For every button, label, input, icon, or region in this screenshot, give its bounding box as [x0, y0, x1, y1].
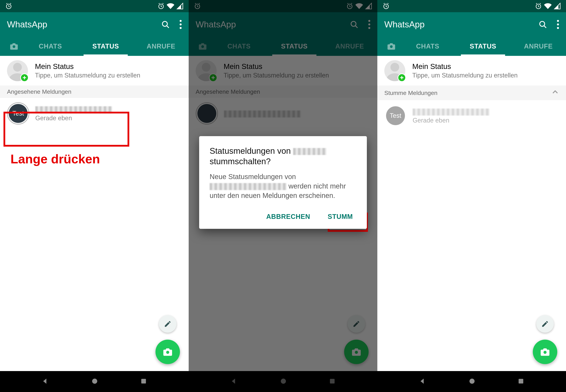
status-thumbnail-text: Test: [9, 104, 28, 123]
app-title: WhatsApp: [384, 19, 538, 29]
tab-anrufe[interactable]: ANRUFE: [133, 37, 189, 56]
tab-anrufe[interactable]: ANRUFE: [511, 37, 566, 56]
alarm-icon: [158, 3, 165, 10]
android-statusbar: [0, 0, 189, 12]
status-thumbnail-text: Test: [386, 106, 405, 125]
svg-point-26: [557, 23, 559, 26]
svg-point-29: [391, 63, 399, 71]
fab-group: [156, 315, 180, 364]
signal-icon: [176, 3, 183, 10]
phone-screen-3: WhatsApp CHATS STATUS ANRUFE: [377, 0, 566, 392]
my-status-title: Mein Status: [35, 62, 140, 71]
status-time: Gerade eben: [413, 117, 490, 124]
mute-button[interactable]: STUMM: [324, 210, 356, 224]
svg-rect-10: [141, 379, 146, 384]
nav-home-icon[interactable]: [468, 377, 476, 386]
tabs: CHATS STATUS ANRUFE: [377, 37, 566, 56]
nav-back-icon[interactable]: [419, 377, 427, 386]
dialog-body: Neue Statusmeldungen von werden nicht me…: [210, 172, 356, 200]
nav-back-icon[interactable]: [42, 377, 49, 386]
svg-point-30: [543, 351, 547, 354]
android-navbar: [0, 371, 189, 392]
svg-point-25: [557, 20, 559, 22]
contact-name: [35, 105, 112, 113]
phone-screen-2: WhatsApp CHATS STATUS ANRUFE: [189, 0, 377, 392]
app-title: WhatsApp: [7, 19, 161, 29]
mute-dialog: Statusmeldungen von stummschalten? Neue …: [199, 136, 367, 229]
cancel-button[interactable]: ABBRECHEN: [263, 210, 314, 224]
android-navbar: [377, 371, 566, 392]
wifi-icon: [167, 2, 174, 10]
android-statusbar: [377, 0, 566, 12]
search-icon[interactable]: [538, 20, 547, 29]
appbar: WhatsApp CHATS STATUS ANRUFE: [377, 12, 566, 56]
tab-status[interactable]: STATUS: [78, 37, 133, 56]
my-status-subtitle: Tippe, um Statusmeldung zu erstellen: [35, 72, 140, 79]
my-status-row[interactable]: Mein Status Tippe, um Statusmeldung zu e…: [377, 56, 566, 85]
status-entry[interactable]: Test Gerade eben: [0, 98, 189, 129]
camera-status-fab[interactable]: [156, 340, 180, 364]
more-icon[interactable]: [557, 20, 559, 29]
chevron-up-icon: [551, 88, 559, 98]
text-status-fab[interactable]: [159, 315, 176, 333]
contact-name: [413, 107, 490, 116]
tab-chats[interactable]: CHATS: [23, 37, 78, 56]
fab-group: [533, 315, 557, 364]
alarm-icon: [535, 3, 542, 10]
svg-point-7: [13, 63, 22, 71]
camera-tab-icon[interactable]: [5, 42, 23, 51]
status-time: Gerade eben: [35, 114, 112, 122]
svg-point-5: [180, 27, 182, 29]
svg-rect-32: [519, 379, 523, 384]
section-muted-header[interactable]: Stumme Meldungen: [377, 85, 566, 100]
my-status-subtitle: Tippe, um Statusmeldung zu erstellen: [412, 72, 518, 79]
my-status-avatar: [7, 60, 28, 81]
status-thumbnail: Test: [7, 102, 29, 125]
nav-recent-icon[interactable]: [517, 378, 524, 385]
alarm-icon: [5, 3, 12, 10]
section-seen-header: Angesehene Meldungen: [0, 85, 189, 98]
camera-tab-icon[interactable]: [383, 42, 400, 51]
alarm-icon: [383, 3, 390, 10]
redacted-name: [210, 183, 287, 190]
camera-status-fab[interactable]: [533, 340, 557, 364]
my-status-avatar: [384, 60, 405, 81]
status-thumbnail: Test: [384, 105, 407, 127]
annotation-label: Lange drücken: [11, 152, 100, 166]
phone-screen-1: WhatsApp CHATS STATUS ANRUFE: [0, 0, 189, 392]
tabs: CHATS STATUS ANRUFE: [0, 37, 189, 56]
dialog-title: Statusmeldungen von stummschalten?: [210, 146, 356, 167]
my-status-title: Mein Status: [412, 62, 518, 71]
svg-point-6: [13, 45, 15, 48]
wifi-icon: [544, 2, 552, 10]
svg-point-4: [180, 23, 182, 26]
my-status-row[interactable]: Mein Status Tippe, um Statusmeldung zu e…: [0, 56, 189, 85]
text-status-fab[interactable]: [536, 315, 554, 333]
svg-point-28: [390, 45, 392, 48]
signal-icon: [554, 3, 561, 10]
nav-home-icon[interactable]: [91, 377, 99, 386]
status-entry-muted[interactable]: Test Gerade eben: [377, 100, 566, 131]
svg-point-9: [92, 378, 97, 384]
svg-point-27: [557, 27, 559, 29]
tab-status[interactable]: STATUS: [455, 37, 511, 56]
plus-icon: [398, 73, 406, 82]
svg-point-8: [166, 351, 169, 354]
nav-recent-icon[interactable]: [140, 378, 147, 385]
more-icon[interactable]: [180, 20, 182, 29]
tab-chats[interactable]: CHATS: [400, 37, 455, 56]
svg-point-31: [469, 378, 475, 384]
appbar: WhatsApp CHATS STATUS ANRUFE: [0, 12, 189, 56]
search-icon[interactable]: [161, 20, 170, 29]
svg-point-24: [540, 21, 545, 26]
redacted-name: [293, 148, 326, 155]
svg-point-3: [180, 20, 182, 22]
plus-icon: [20, 73, 29, 82]
svg-point-2: [162, 21, 167, 26]
